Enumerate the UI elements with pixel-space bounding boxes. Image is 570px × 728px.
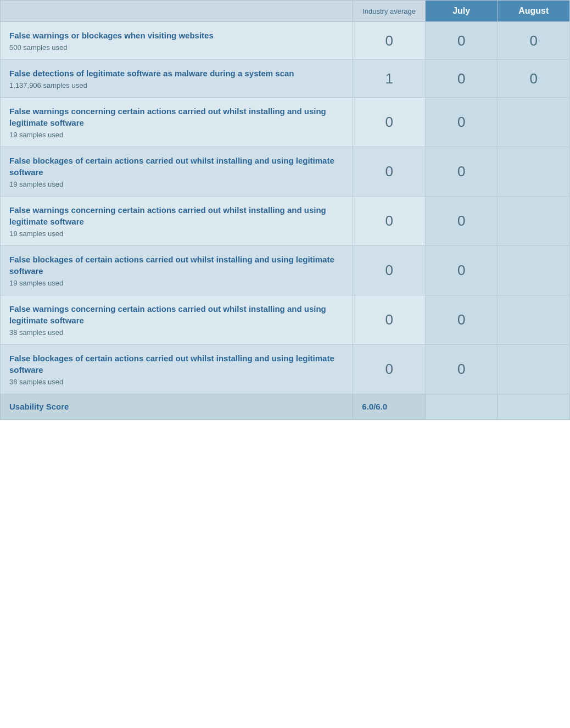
footer-row: Usability Score 6.0/6.0 — [1, 394, 570, 420]
desc-header — [1, 1, 353, 22]
july-value: 0 — [425, 98, 498, 147]
august-header: August — [498, 1, 570, 22]
august-value: 0 — [498, 60, 570, 98]
row-samples: 1,137,906 samples used — [9, 81, 344, 89]
row-title: False detections of legitimate software … — [9, 68, 344, 79]
desc-cell: False warnings concerning certain action… — [1, 295, 353, 345]
table-row: False detections of legitimate software … — [1, 60, 570, 98]
usability-score-value: 6.0/6.0 — [362, 402, 387, 411]
industry-avg-value: 0 — [353, 22, 426, 60]
august-value — [498, 345, 570, 394]
row-samples: 19 samples used — [9, 131, 344, 139]
july-value: 0 — [425, 345, 498, 394]
august-value — [498, 246, 570, 295]
industry-avg-value: 0 — [353, 197, 426, 246]
table-row: False warnings concerning certain action… — [1, 98, 570, 147]
august-value — [498, 295, 570, 345]
table-row: False warnings or blockages when visitin… — [1, 22, 570, 60]
industry-avg-header: Industry average — [353, 1, 426, 22]
desc-cell: False blockages of certain actions carri… — [1, 147, 353, 197]
desc-cell: False warnings concerning certain action… — [1, 197, 353, 246]
row-samples: 38 samples used — [9, 378, 344, 386]
row-title: False warnings or blockages when visitin… — [9, 30, 344, 41]
table-row: False blockages of certain actions carri… — [1, 147, 570, 197]
row-samples: 19 samples used — [9, 180, 344, 188]
july-value: 0 — [425, 197, 498, 246]
desc-cell: False warnings concerning certain action… — [1, 98, 353, 147]
industry-avg-value: 1 — [353, 60, 426, 98]
industry-avg-value: 0 — [353, 345, 426, 394]
row-title: False blockages of certain actions carri… — [9, 254, 344, 277]
industry-avg-value: 0 — [353, 98, 426, 147]
desc-cell: False warnings or blockages when visitin… — [1, 22, 353, 60]
july-value: 0 — [425, 22, 498, 60]
august-value — [498, 197, 570, 246]
results-table: Industry average July August False warni… — [0, 0, 570, 420]
footer-july-cell — [425, 394, 498, 420]
row-title: False blockages of certain actions carri… — [9, 155, 344, 178]
row-title: False warnings concerning certain action… — [9, 204, 344, 227]
july-header: July — [425, 1, 498, 22]
industry-avg-value: 0 — [353, 295, 426, 345]
july-value: 0 — [425, 295, 498, 345]
industry-avg-value: 0 — [353, 246, 426, 295]
desc-cell: False blockages of certain actions carri… — [1, 246, 353, 295]
table-row: False blockages of certain actions carri… — [1, 246, 570, 295]
july-value: 0 — [425, 147, 498, 197]
row-title: False warnings concerning certain action… — [9, 105, 344, 128]
row-samples: 19 samples used — [9, 229, 344, 238]
august-value: 0 — [498, 22, 570, 60]
table-row: False blockages of certain actions carri… — [1, 345, 570, 394]
row-samples: 500 samples used — [9, 43, 344, 52]
table-row: False warnings concerning certain action… — [1, 295, 570, 345]
august-value — [498, 147, 570, 197]
july-value: 0 — [425, 246, 498, 295]
main-table-container: Industry average July August False warni… — [0, 0, 570, 420]
july-value: 0 — [425, 60, 498, 98]
august-value — [498, 98, 570, 147]
row-samples: 19 samples used — [9, 279, 344, 287]
row-title: False warnings concerning certain action… — [9, 303, 344, 326]
industry-avg-value: 0 — [353, 147, 426, 197]
usability-score-label: Usability Score — [9, 402, 69, 411]
table-row: False warnings concerning certain action… — [1, 197, 570, 246]
footer-august-cell — [498, 394, 570, 420]
row-samples: 38 samples used — [9, 328, 344, 337]
row-title: False blockages of certain actions carri… — [9, 352, 344, 376]
desc-cell: False blockages of certain actions carri… — [1, 345, 353, 394]
footer-score-cell: 6.0/6.0 — [353, 394, 426, 420]
footer-label-cell: Usability Score — [1, 394, 353, 420]
desc-cell: False detections of legitimate software … — [1, 60, 353, 98]
